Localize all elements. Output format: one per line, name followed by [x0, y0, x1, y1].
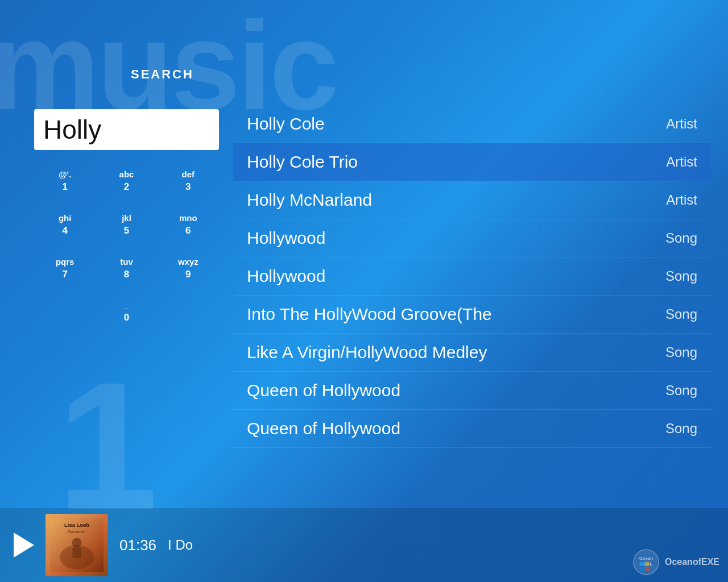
result-item[interactable]: Like A Virgin/HollyWood Medley Song	[233, 334, 711, 372]
result-name: Queen of Hollywood	[247, 381, 400, 400]
key-5[interactable]: jkl 5	[96, 203, 157, 247]
result-type: Song	[652, 421, 697, 436]
svg-rect-5	[72, 547, 81, 558]
result-type: Artist	[652, 192, 697, 208]
result-name: Like A Virgin/HollyWood Medley	[247, 343, 487, 362]
search-label: SEARCH	[131, 67, 194, 82]
result-item[interactable]: Hollywood Song	[233, 257, 711, 296]
svg-rect-10	[645, 567, 650, 571]
svg-text:Lisa Loeb: Lisa Loeb	[64, 522, 89, 528]
result-type: Song	[652, 230, 697, 246]
svg-text:firecracker: firecracker	[68, 530, 86, 534]
key-0[interactable]: _ 0	[96, 290, 157, 334]
result-name: Holly Cole Trio	[247, 152, 358, 172]
result-type: Song	[652, 268, 697, 284]
result-item[interactable]: Holly Cole Artist	[233, 105, 711, 143]
result-item[interactable]: Holly McNarland Artist	[233, 181, 711, 219]
key-8[interactable]: tuv 8	[96, 247, 157, 290]
key-9[interactable]: wxyz 9	[158, 247, 219, 290]
result-name: Into The HollyWood Groove(The	[247, 305, 492, 324]
result-type: Artist	[652, 154, 697, 170]
key-6[interactable]: mno 6	[158, 203, 219, 247]
result-name: Hollywood	[247, 228, 325, 248]
svg-rect-12	[645, 562, 650, 566]
result-type: Artist	[652, 116, 697, 132]
result-item[interactable]: Hollywood Song	[233, 219, 711, 257]
result-name: Hollywood	[247, 267, 325, 286]
result-type: Song	[652, 344, 697, 360]
result-type: Song	[652, 383, 697, 398]
results-panel: Holly Cole Artist Holly Cole Trio Artist…	[233, 105, 711, 502]
key-4[interactable]: ghi 4	[34, 203, 96, 247]
track-time: 01:36	[119, 537, 156, 554]
play-icon	[14, 533, 34, 558]
keypad: @'. 1 abc 2 def 3 ghi 4 jkl 5 mno 6 pqrs…	[34, 159, 219, 334]
key-2[interactable]: abc 2	[96, 159, 157, 203]
search-input[interactable]	[34, 109, 219, 150]
album-art: Lisa Loeb firecracker	[46, 514, 108, 576]
result-type: Song	[652, 306, 697, 322]
now-playing-bar: Lisa Loeb firecracker 01:36 I Do	[0, 508, 728, 582]
play-button[interactable]	[11, 533, 36, 558]
result-item[interactable]: Queen of Hollywood Song	[233, 410, 711, 448]
svg-rect-11	[640, 562, 644, 566]
svg-rect-9	[640, 567, 644, 571]
result-name: Holly McNarland	[247, 190, 372, 210]
watermark: Ocean ofEXE OceanofEXE	[632, 548, 719, 576]
result-item[interactable]: Into The HollyWood Groove(The Song	[233, 296, 711, 334]
result-item[interactable]: Holly Cole Trio Artist	[233, 143, 711, 181]
result-name: Holly Cole	[247, 114, 325, 134]
result-item[interactable]: Queen of Hollywood Song	[233, 372, 711, 410]
key-7[interactable]: pqrs 7	[34, 247, 96, 290]
svg-text:Ocean: Ocean	[639, 556, 653, 561]
result-name: Queen of Hollywood	[247, 419, 400, 438]
watermark-logo-icon: Ocean ofEXE	[632, 548, 660, 576]
key-3[interactable]: def 3	[158, 159, 219, 203]
key-1[interactable]: @'. 1	[34, 159, 96, 203]
watermark-text: OceanofEXE	[665, 557, 719, 567]
svg-point-4	[72, 538, 81, 547]
track-name: I Do	[168, 537, 193, 553]
